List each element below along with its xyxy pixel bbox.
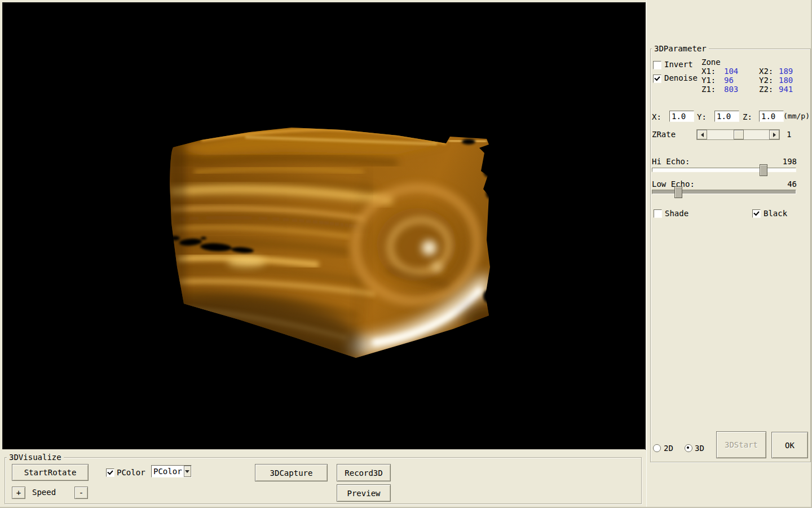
zone-x1-value: 104 (724, 67, 738, 76)
black-label[interactable]: Black (764, 209, 787, 218)
3dstart-button[interactable]: 3DStart (716, 431, 766, 458)
hi-echo-slider-thumb[interactable] (760, 164, 767, 176)
zrate-scroll-left-icon[interactable] (697, 130, 707, 139)
hi-echo-label: Hi Echo: (652, 157, 690, 166)
hi-echo-value: 198 (771, 157, 797, 166)
speed-minus-button[interactable]: - (74, 487, 88, 499)
zone-x2-value: 189 (779, 67, 793, 76)
zone-z2-label: Z2: (759, 85, 773, 94)
zrate-label: ZRate (652, 130, 676, 139)
volume-render (3, 3, 645, 449)
mode-3d-label[interactable]: 3D (695, 444, 704, 453)
zone-label: Zone (701, 58, 721, 67)
zrate-scrollbar[interactable] (696, 129, 780, 140)
scale-y-input[interactable] (714, 111, 739, 122)
record3d-button[interactable]: Record3D (337, 464, 391, 481)
mode-2d-label[interactable]: 2D (664, 444, 673, 453)
black-checkbox[interactable] (752, 209, 761, 218)
app-window: 3DParameter Invert Denoise Zone X1: 104 … (0, 0, 812, 508)
zone-y2-value: 180 (779, 76, 793, 85)
3dcapture-button[interactable]: 3DCapture (255, 464, 328, 481)
parameter-group-title: 3DParameter (652, 45, 709, 52)
zone-z2-value: 941 (779, 85, 793, 94)
pcolor-dropdown[interactable]: PColor (151, 465, 192, 478)
visualize-group-title: 3DVisualize (7, 453, 64, 461)
pcolor-label[interactable]: PColor (117, 468, 145, 477)
shade-checkbox[interactable] (654, 209, 662, 218)
scale-y-label: Y: (697, 112, 707, 121)
zone-z1-value: 803 (724, 85, 738, 94)
scale-x-label: X: (652, 112, 661, 121)
zrate-scroll-right-icon[interactable] (769, 130, 779, 139)
zone-z1-label: Z1: (701, 85, 716, 94)
zone-x2-label: X2: (759, 67, 773, 76)
low-echo-slider-thumb[interactable] (674, 186, 682, 198)
speed-plus-button[interactable]: + (12, 487, 25, 499)
dropdown-arrow-icon[interactable] (184, 466, 191, 477)
preview-button[interactable]: Preview (337, 484, 391, 502)
scale-z-label: Z: (743, 112, 752, 121)
low-echo-label: Low Echo: (652, 179, 695, 189)
ok-button[interactable]: OK (771, 432, 808, 458)
pcolor-dropdown-value: PColor (152, 467, 184, 476)
mode-2d-radio[interactable] (653, 444, 661, 452)
scale-x-input[interactable] (669, 111, 694, 122)
parameter-panel: 3DParameter Invert Denoise Zone X1: 104 … (646, 0, 812, 508)
zone-y1-label: Y1: (701, 76, 716, 85)
pcolor-checkbox[interactable] (106, 468, 114, 477)
mode-3d-radio[interactable] (685, 444, 692, 452)
visualize-panel: 3DVisualize StartRotate + Speed - PColor… (0, 449, 645, 508)
zone-y2-label: Y2: (759, 76, 773, 85)
scale-z-input[interactable] (759, 111, 784, 122)
denoise-label[interactable]: Denoise (664, 73, 698, 82)
zrate-scroll-thumb[interactable] (734, 130, 744, 139)
low-echo-slider[interactable] (652, 190, 796, 194)
zone-y1-value: 96 (724, 76, 734, 85)
scale-unit-label: (mm/p) (783, 112, 810, 120)
shade-label[interactable]: Shade (665, 209, 689, 218)
3d-viewport[interactable] (2, 2, 646, 450)
zrate-value: 1 (787, 130, 791, 139)
denoise-checkbox[interactable] (653, 75, 661, 83)
invert-label[interactable]: Invert (664, 60, 693, 69)
start-rotate-button[interactable]: StartRotate (12, 464, 89, 481)
speed-label: Speed (32, 488, 56, 497)
zone-x1-label: X1: (701, 67, 716, 76)
low-echo-value: 46 (771, 179, 797, 189)
hi-echo-slider[interactable] (652, 168, 796, 172)
invert-checkbox[interactable] (653, 61, 661, 69)
